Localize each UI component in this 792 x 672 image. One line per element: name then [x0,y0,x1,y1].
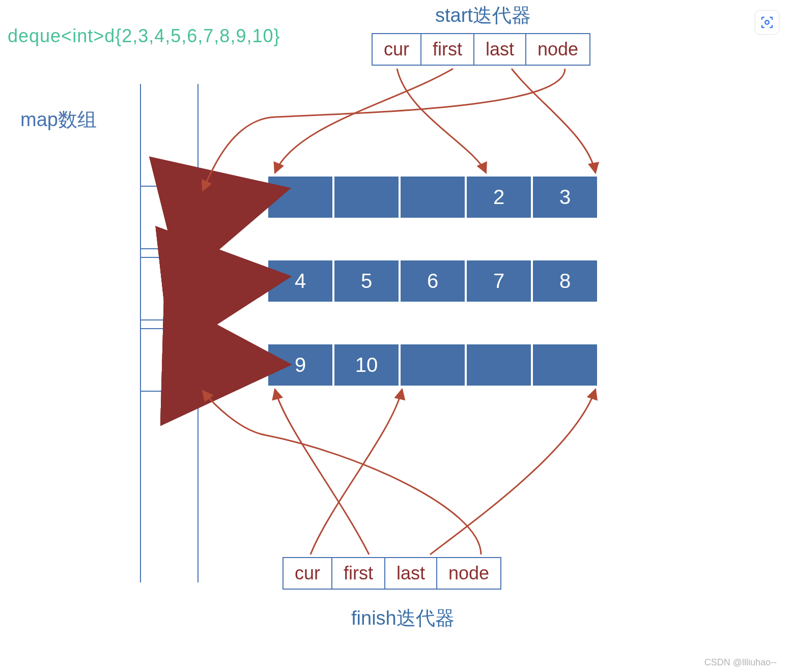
buffer-cell [400,343,466,387]
buffer-cell: 9 [267,343,333,387]
map-slot-0 [141,186,197,249]
finish-iterator-field-last: last [385,558,437,589]
finish-iterator-title: finish迭代器 [351,605,455,631]
map-slot-2 [141,328,197,392]
watermark-text: CSDN @llliuhao-- [704,657,777,668]
buffer-cell: 8 [532,259,598,303]
finish-iterator-field-cur: cur [284,558,332,589]
finish-iterator-box: cur first last node [282,557,501,590]
buffer-cell: 6 [400,259,466,303]
buffer-cell: 4 [267,259,333,303]
buffer-row-1: 4 5 6 7 8 [267,259,598,303]
capture-icon[interactable] [755,10,779,35]
buffer-cell: 7 [466,259,532,303]
start-iterator-field-last: last [474,34,526,65]
map-array-column [140,84,199,582]
buffer-cell: 3 [532,176,598,219]
start-iterator-field-cur: cur [373,34,421,65]
finish-iterator-field-node: node [437,558,500,589]
buffer-cell: 5 [333,259,400,303]
buffer-cell [267,176,333,219]
start-iterator-box: cur first last node [372,33,590,66]
buffer-cell: 10 [333,343,400,387]
map-array-label: map数组 [20,107,97,133]
buffer-row-0: 2 3 [267,176,598,219]
svg-point-0 [765,20,769,24]
buffer-cell [400,176,466,219]
map-slot-1 [141,257,197,320]
start-iterator-title: start迭代器 [435,3,531,28]
start-iterator-field-first: first [421,34,474,65]
finish-iterator-field-first: first [332,558,385,589]
buffer-cell [466,343,532,387]
buffer-cell [532,343,598,387]
deque-declaration-text: deque<int>d{2,3,4,5,6,7,8,9,10} [8,25,280,47]
buffer-row-2: 9 10 [267,343,598,387]
buffer-cell [333,176,400,219]
start-iterator-field-node: node [526,34,589,65]
buffer-cell: 2 [466,176,532,219]
